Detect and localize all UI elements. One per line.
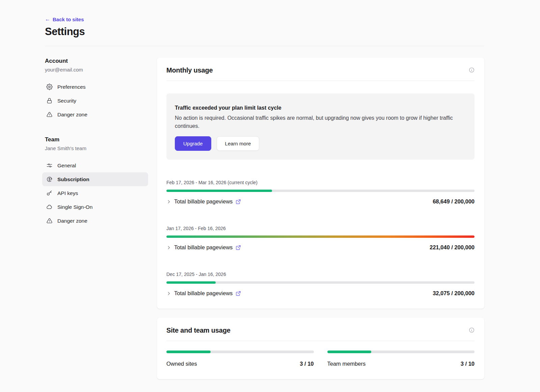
team-members-label: Team members xyxy=(327,361,366,367)
chevron-right-icon[interactable] xyxy=(166,199,171,204)
cycle-metric-label: Total billable pageviews xyxy=(174,198,233,205)
sliders-icon xyxy=(46,162,53,169)
main-layout: Account your@email.com Preferences Secur… xyxy=(45,58,484,379)
cloud-icon xyxy=(46,204,53,210)
team-name: Jane Smith's team xyxy=(45,145,157,151)
settings-page: ← Back to sites Settings Account your@em… xyxy=(0,0,540,379)
usage-progress-track xyxy=(166,190,475,192)
sidebar-item-single-sign-on[interactable]: Single Sign-On xyxy=(42,200,148,214)
cycle-metric-row[interactable]: Total billable pageviews 32,075 / 200,00… xyxy=(166,290,475,297)
site-team-usage-title: Site and team usage xyxy=(166,327,231,334)
sidebar-item-label: Danger zone xyxy=(57,218,87,224)
external-link-icon[interactable] xyxy=(236,245,241,250)
usage-progress-fill xyxy=(166,235,475,238)
cycle-period-label: Jan 17, 2026 - Feb 16, 2026 xyxy=(166,226,475,231)
sidebar-item-label: Danger zone xyxy=(57,112,87,118)
lock-icon xyxy=(46,97,53,104)
monthly-usage-title: Monthly usage xyxy=(166,66,213,74)
monthly-usage-header: Monthly usage xyxy=(166,66,475,74)
team-members-progress-track xyxy=(327,351,475,353)
notice-body: No action is required. Occasional traffi… xyxy=(175,114,466,130)
site-team-usage-header: Site and team usage xyxy=(166,327,475,334)
sidebar-item-label: Single Sign-On xyxy=(57,204,92,210)
header-divider xyxy=(45,46,484,46)
learn-more-button[interactable]: Learn more xyxy=(217,136,260,151)
notice-title: Traffic exceeded your plan limit last cy… xyxy=(175,105,466,111)
cycle-metric-label: Total billable pageviews xyxy=(174,244,233,251)
chevron-right-icon[interactable] xyxy=(166,245,171,250)
sidebar-item-label: General xyxy=(57,163,76,169)
key-icon xyxy=(46,190,53,196)
settings-sidebar: Account your@email.com Preferences Secur… xyxy=(45,58,157,379)
cycle-period-label: Dec 17, 2025 - Jan 16, 2026 xyxy=(166,272,475,277)
monthly-usage-card: Monthly usage Traffic exceeded your plan… xyxy=(157,58,484,309)
cycle-period-label: Feb 17, 2026 - Mar 16, 2026 (current cyc… xyxy=(166,180,475,185)
sidebar-item-danger-zone-team[interactable]: Danger zone xyxy=(42,214,148,228)
sidebar-item-general[interactable]: General xyxy=(42,159,148,172)
info-icon[interactable] xyxy=(469,67,475,73)
sidebar-item-label: Security xyxy=(57,98,76,104)
usage-cycles: Feb 17, 2026 - Mar 16, 2026 (current cyc… xyxy=(166,180,475,297)
account-section-title: Account xyxy=(45,58,157,64)
owned-sites-row: Owned sites 3 / 10 xyxy=(166,361,314,367)
sidebar-item-preferences[interactable]: Preferences xyxy=(42,80,148,94)
team-section: Team Jane Smith's team General Subscript… xyxy=(45,136,157,228)
usage-progress-fill xyxy=(166,281,216,284)
sidebar-item-subscription[interactable]: Subscription xyxy=(42,172,148,186)
team-section-title: Team xyxy=(45,136,157,143)
cycle-metric-row[interactable]: Total billable pageviews 221,040 / 200,0… xyxy=(166,244,475,251)
site-team-stats: Owned sites 3 / 10 Team members 3 / 10 xyxy=(166,351,475,367)
upgrade-button[interactable]: Upgrade xyxy=(175,136,211,151)
team-members-progress-fill xyxy=(327,351,372,353)
external-link-icon[interactable] xyxy=(236,199,241,204)
external-link-icon[interactable] xyxy=(236,291,241,296)
owned-sites-progress-fill xyxy=(166,351,211,353)
cycle-usage-value: 32,075 / 200,000 xyxy=(433,290,475,297)
gear-icon xyxy=(46,84,53,90)
account-section: Account your@email.com Preferences Secur… xyxy=(45,58,157,121)
cycle-metric-label: Total billable pageviews xyxy=(174,290,233,297)
usage-progress-track xyxy=(166,281,475,284)
back-arrow-icon: ← xyxy=(45,17,50,22)
sidebar-item-api-keys[interactable]: API keys xyxy=(42,186,148,200)
cycle-usage-value: 221,040 / 200,000 xyxy=(430,244,475,251)
settings-main: Monthly usage Traffic exceeded your plan… xyxy=(157,58,484,379)
warning-icon xyxy=(46,218,53,224)
warning-icon xyxy=(46,111,53,118)
team-members-value: 3 / 10 xyxy=(461,361,475,367)
owned-sites-progress-track xyxy=(166,351,314,353)
team-members-row: Team members 3 / 10 xyxy=(327,361,475,367)
sidebar-item-label: Preferences xyxy=(57,84,86,90)
page-title: Settings xyxy=(45,26,484,38)
account-email: your@email.com xyxy=(45,67,157,73)
back-to-sites-link[interactable]: ← Back to sites xyxy=(45,17,84,22)
owned-sites-value: 3 / 10 xyxy=(300,361,314,367)
usage-cycle-previous: Jan 17, 2026 - Feb 16, 2026 Total billab… xyxy=(166,226,475,251)
cycle-metric-row[interactable]: Total billable pageviews 68,649 / 200,00… xyxy=(166,198,475,205)
account-nav: Preferences Security Danger zone xyxy=(42,80,148,121)
team-nav: General Subscription API keys xyxy=(42,159,148,228)
usage-cycle-current: Feb 17, 2026 - Mar 16, 2026 (current cyc… xyxy=(166,180,475,205)
owned-sites-label: Owned sites xyxy=(166,361,197,367)
cycle-usage-value: 68,649 / 200,000 xyxy=(433,198,475,205)
info-icon[interactable] xyxy=(469,327,475,333)
site-team-usage-card: Site and team usage Owned sites 3 / 10 xyxy=(157,318,484,379)
usage-cycle-older: Dec 17, 2025 - Jan 16, 2026 Total billab… xyxy=(166,272,475,297)
dollar-cycle-icon xyxy=(46,176,53,183)
back-link-label: Back to sites xyxy=(53,17,84,22)
sidebar-item-security[interactable]: Security xyxy=(42,94,148,108)
card-divider xyxy=(166,81,475,81)
usage-progress-track xyxy=(166,235,475,238)
sidebar-item-label: API keys xyxy=(57,190,78,196)
team-members-stat: Team members 3 / 10 xyxy=(327,351,475,367)
sidebar-item-danger-zone-account[interactable]: Danger zone xyxy=(42,108,148,121)
traffic-exceeded-notice: Traffic exceeded your plan limit last cy… xyxy=(166,93,475,160)
sidebar-item-label: Subscription xyxy=(57,176,89,183)
usage-progress-fill xyxy=(166,190,272,192)
owned-sites-stat: Owned sites 3 / 10 xyxy=(166,351,314,367)
chevron-right-icon[interactable] xyxy=(166,291,171,296)
notice-actions: Upgrade Learn more xyxy=(175,136,466,151)
card-divider xyxy=(166,341,475,341)
